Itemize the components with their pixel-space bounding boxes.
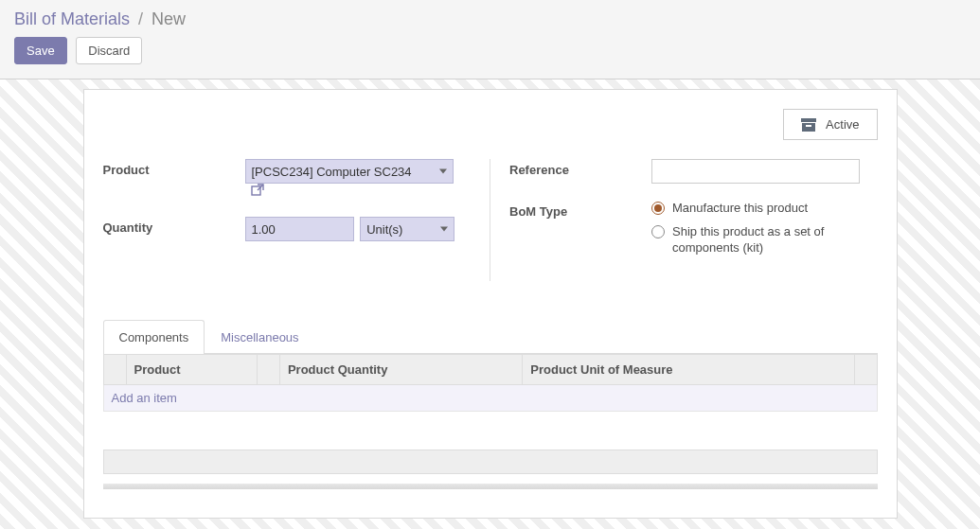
radio-kit[interactable]: Ship this product as a set of components… [651, 224, 878, 256]
form-columns: Product [PCSC234] Computer SC234 [103, 159, 878, 281]
radio-manufacture[interactable]: Manufacture this product [651, 201, 878, 217]
quantity-input[interactable]: 1.00 [245, 217, 354, 241]
form-col-right: Reference BoM Type Manufacture this prod… [490, 159, 878, 281]
tab-miscellaneous[interactable]: Miscellaneous [205, 320, 314, 354]
product-select-value: [PCSC234] Computer SC234 [252, 165, 412, 179]
label-product: Product [103, 159, 245, 177]
col-delete [854, 354, 877, 384]
col-product: Product [126, 354, 257, 384]
archive-icon [801, 118, 816, 132]
add-item-row[interactable]: Add an item [103, 384, 877, 411]
breadcrumb: Bill of Materials / New [14, 9, 966, 29]
reference-input[interactable] [651, 159, 860, 184]
chevron-down-icon [439, 169, 447, 174]
external-link-icon[interactable] [251, 184, 264, 200]
label-reference: Reference [509, 159, 651, 177]
field-reference: Reference [509, 159, 878, 184]
label-bom-type: BoM Type [509, 201, 651, 219]
form-col-left: Product [PCSC234] Computer SC234 [103, 159, 490, 281]
discard-button[interactable]: Discard [76, 37, 142, 64]
svg-rect-2 [806, 125, 811, 127]
label-quantity: Quantity [103, 217, 245, 235]
bottom-shade [103, 484, 878, 489]
unit-value: Unit(s) [366, 222, 402, 237]
unit-select[interactable]: Unit(s) [360, 217, 454, 241]
breadcrumb-current: New [151, 9, 186, 28]
col-handle [103, 354, 126, 384]
tabs: Components Miscellaneous Product Product… [103, 319, 878, 489]
active-button[interactable]: Active [783, 109, 877, 140]
breadcrumb-sep: / [138, 9, 143, 28]
save-button[interactable]: Save [14, 37, 67, 64]
svg-rect-1 [802, 123, 815, 132]
col-uom: Product Unit of Measure [523, 354, 854, 384]
field-quantity: Quantity 1.00 Unit(s) [103, 217, 472, 241]
add-item-link[interactable]: Add an item [103, 384, 877, 411]
field-bom-type: BoM Type Manufacture this product Ship t… [509, 201, 878, 264]
tab-nav: Components Miscellaneous [103, 319, 878, 354]
quantity-value: 1.00 [252, 222, 276, 237]
active-label: Active [826, 117, 859, 132]
radio-manufacture-label: Manufacture this product [672, 201, 808, 217]
breadcrumb-root[interactable]: Bill of Materials [14, 9, 130, 28]
components-grid: Product Product Quantity Product Unit of… [103, 354, 878, 412]
form-sheet: Active Product [PCSC234] Computer SC234 [83, 89, 898, 519]
field-product: Product [PCSC234] Computer SC234 [103, 159, 472, 200]
radio-kit-input[interactable] [651, 225, 665, 238]
tab-components[interactable]: Components [103, 320, 205, 354]
radio-manufacture-input[interactable] [651, 202, 665, 215]
ribbon-row: Active [103, 109, 878, 140]
col-qty: Product Quantity [279, 354, 522, 384]
radio-kit-label: Ship this product as a set of components… [672, 224, 862, 256]
chevron-down-icon [440, 227, 448, 232]
svg-rect-0 [801, 118, 816, 122]
svg-rect-3 [252, 186, 260, 195]
grid-footer [103, 450, 878, 474]
content-area: Active Product [PCSC234] Computer SC234 [0, 79, 980, 529]
topbar: Bill of Materials / New Save Discard [0, 0, 980, 79]
col-spacer [257, 354, 279, 384]
product-select[interactable]: [PCSC234] Computer SC234 [245, 159, 454, 184]
